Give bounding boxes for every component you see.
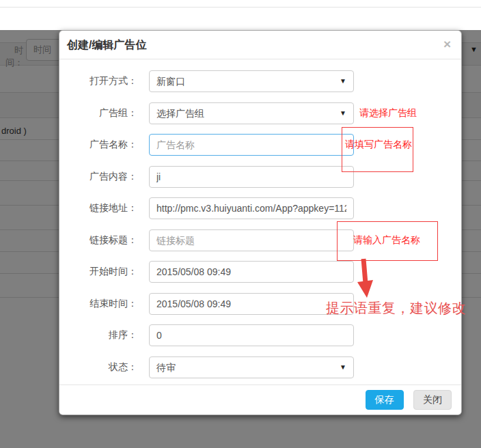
status-value: 待审 [156,357,176,378]
close-icon[interactable]: × [443,38,451,51]
top-navbar [0,0,481,8]
ad-name-input[interactable] [149,134,354,156]
chevron-down-icon: ▼ [340,71,346,92]
save-button[interactable]: 保存 [366,390,404,410]
annotation-box-ad-name [342,127,413,172]
link-title-input[interactable] [149,229,354,251]
sort-order-input[interactable] [149,324,354,346]
form-row-link-url: 链接地址： [59,197,461,219]
link-title-label: 链接标题： [59,234,137,247]
form-row-open-mode: 打开方式： 新窗口 ▼ [59,70,461,92]
form-row-ad-group: 广告组： 选择广告组 ▼ 请选择广告组 [59,102,461,124]
review-note-text: 提示语重复，建议修改 [326,299,466,318]
start-time-label: 开始时间： [59,266,137,278]
ad-group-select[interactable]: 选择广告组 ▼ [149,102,354,124]
red-arrow-down-icon [354,258,381,300]
ad-content-label: 广告内容： [59,171,137,183]
modal-title: 创建/编辑广告位 [67,38,146,53]
modal-header: 创建/编辑广告位 × [59,31,461,59]
open-mode-value: 新窗口 [156,71,185,92]
start-time-input[interactable] [149,261,354,283]
modal-footer: 保存 关闭 [59,384,461,415]
open-mode-label: 打开方式： [59,75,137,87]
status-select[interactable]: 待审 ▼ [149,356,354,378]
end-time-input[interactable] [149,293,354,315]
form-row-start-time: 开始时间： [59,261,461,283]
ad-name-label: 广告名称： [59,139,137,151]
form-row-status: 状态： 待审 ▼ [59,356,461,378]
sort-order-label: 排序： [59,329,137,341]
link-title-validation-text: 请输入广告名称 [353,234,420,247]
chevron-down-icon: ▼ [340,357,346,378]
ad-group-value: 选择广告组 [156,103,204,124]
end-time-label: 结束时间： [59,298,137,310]
status-label: 状态： [59,361,137,374]
form-row-sort-order: 排序： [59,324,461,346]
ad-group-label: 广告组： [59,107,137,120]
close-button[interactable]: 关闭 [413,390,452,410]
ad-content-input[interactable] [149,166,354,188]
link-url-label: 链接地址： [59,202,137,214]
chevron-down-icon: ▼ [340,103,346,124]
link-url-input[interactable] [149,197,354,219]
modal-body: 打开方式： 新窗口 ▼ 广告组： 选择广告组 ▼ 请选择广告组 广告名称： 广告… [59,59,461,378]
open-mode-select[interactable]: 新窗口 ▼ [149,70,354,92]
ad-group-validation-text: 请选择广告组 [359,107,417,120]
